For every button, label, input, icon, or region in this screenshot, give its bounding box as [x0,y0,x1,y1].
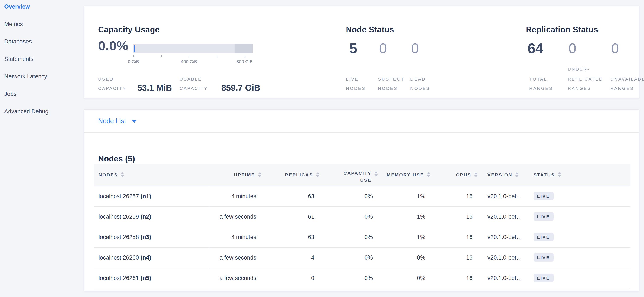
capacity-axis-labels: 0 GiB 400 GiB 800 GiB [134,59,253,65]
cluster-summary-card: Capacity Usage 0.0% 0 GiB 400 GiB 800 Gi… [84,5,639,98]
column-header-uptime[interactable]: UPTIME [209,164,263,186]
status-badge: LIVE [534,212,553,221]
sidebar-item-metrics[interactable]: Metrics [0,20,83,28]
column-label: REPLICAS [285,172,313,177]
replicas-cell: 61 [263,206,321,227]
sort-icon [474,172,478,177]
capacity-use-cell: 0% [321,206,380,227]
sidebar-item-databases[interactable]: Databases [0,38,83,45]
node-list-dropdown[interactable]: Node List [84,109,639,133]
capacity-use-cell: 0% [321,186,380,206]
axis-tick [244,54,245,57]
unavailable-count: 0 [611,40,619,57]
status-badge: LIVE [534,274,553,282]
usable-capacity-value: 859.7 GiB [221,83,260,93]
status-cell: LIVE [530,227,630,247]
sort-icon [258,172,262,177]
live-nodes-label: LIVE NODES [346,74,373,93]
nodes-table: NODES UPTIME REPLICAS CAPACIT [94,164,630,288]
cpus-cell: 16 [432,186,479,206]
uptime-cell: 4 minutes [209,186,263,206]
table-row: localhost:26260(n4) a few seconds 4 0% 0… [94,247,630,268]
axis-tick [161,54,162,57]
version-cell: v20.1.0-bet… [479,227,530,247]
node-list-dropdown-label: Node List [98,117,126,125]
capacity-bar-chart [134,44,253,53]
cpus-cell: 16 [432,206,479,227]
column-header-nodes[interactable]: NODES [94,164,209,186]
axis-tick [189,54,190,57]
dead-nodes-count: 0 [411,40,419,57]
sidebar-item-statements[interactable]: Statements [0,55,83,63]
version-cell: v20.1.0-bet… [479,206,530,227]
replication-status-title: Replication Status [526,25,598,34]
under-replicated-count: 0 [568,40,576,57]
capacity-axis [134,54,253,57]
sidebar-item-network-latency[interactable]: Network Latency [0,73,83,80]
capacity-use-cell: 0% [321,227,380,247]
used-capacity-stat: USED CAPACITY 53.1 MiB [98,74,172,93]
status-cell: LIVE [530,186,630,206]
uptime-cell: a few seconds [209,247,263,268]
dead-nodes-label: DEAD NODES [410,74,438,93]
cpus-cell: 16 [432,268,479,288]
sort-icon [121,172,124,177]
table-row: localhost:26259(n2) a few seconds 61 0% … [94,206,630,227]
uptime-cell: a few seconds [209,268,263,288]
memory-use-cell: 0% [380,247,432,268]
capacity-bar-used-marker [134,45,135,52]
capacity-usage-title: Capacity Usage [98,25,160,34]
suspect-nodes-label: SUSPECT NODES [378,74,411,93]
axis-label-400: 400 GiB [181,59,197,64]
axis-label-0: 0 GiB [128,59,139,64]
node-name-cell[interactable]: localhost:26260(n4) [94,247,209,268]
memory-use-cell: 0% [380,268,432,288]
sidebar-item-advanced-debug[interactable]: Advanced Debug [0,108,83,115]
column-header-cpus[interactable]: CPUS [432,164,479,186]
column-header-memory-use[interactable]: MEMORY USE [380,164,432,186]
under-replicated-label: UNDER-REPLICATED RANGES [568,64,607,93]
version-cell: v20.1.0-bet… [479,247,530,268]
total-ranges-label: TOTAL RANGES [529,74,559,93]
status-badge: LIVE [534,192,553,200]
version-cell: v20.1.0-bet… [479,186,530,206]
column-label: CPUS [456,172,471,177]
node-status-title: Node Status [346,25,394,34]
usable-capacity-stat: USABLE CAPACITY 859.7 GiB [180,74,260,93]
total-ranges-count: 64 [528,40,543,57]
table-row: localhost:26261(n5) a few seconds 0 0% 0… [94,268,630,288]
sidebar-item-jobs[interactable]: Jobs [0,90,83,98]
capacity-used-percent: 0.0% [98,38,128,54]
replicas-cell: 63 [263,227,321,247]
node-name-cell[interactable]: localhost:26258(n3) [94,227,209,247]
status-cell: LIVE [530,268,630,288]
axis-tick [134,54,134,57]
column-header-status[interactable]: STATUS [530,164,630,186]
sidebar-item-overview[interactable]: Overview [0,3,83,10]
column-header-replicas[interactable]: REPLICAS [263,164,321,186]
sidebar: Overview Metrics Databases Statements Ne… [0,0,83,297]
page: Overview Metrics Databases Statements Ne… [0,0,644,297]
sort-icon [558,172,561,177]
cpus-cell: 16 [432,227,479,247]
status-badge: LIVE [534,233,553,241]
usable-capacity-label: USABLE CAPACITY [180,74,213,93]
node-name-cell[interactable]: localhost:26259(n2) [94,206,209,227]
capacity-use-cell: 0% [321,268,380,288]
column-header-capacity-use[interactable]: CAPACITY USE [321,164,380,186]
status-cell: LIVE [530,247,630,268]
sort-icon [427,172,430,177]
used-capacity-value: 53.1 MiB [137,83,172,93]
column-header-version[interactable]: VERSION [479,164,530,186]
uptime-cell: a few seconds [209,206,263,227]
node-name-cell[interactable]: localhost:26261(n5) [94,268,209,288]
uptime-cell: 4 minutes [209,227,263,247]
node-name-cell[interactable]: localhost:26257(n1) [94,186,209,206]
column-label: MEMORY USE [387,172,424,177]
status-cell: LIVE [530,206,630,227]
table-header-row: NODES UPTIME REPLICAS CAPACIT [94,164,630,186]
used-capacity-label: USED CAPACITY [98,74,126,93]
capacity-use-cell: 0% [321,247,380,268]
sort-icon [316,172,320,177]
suspect-nodes-count: 0 [379,40,387,57]
